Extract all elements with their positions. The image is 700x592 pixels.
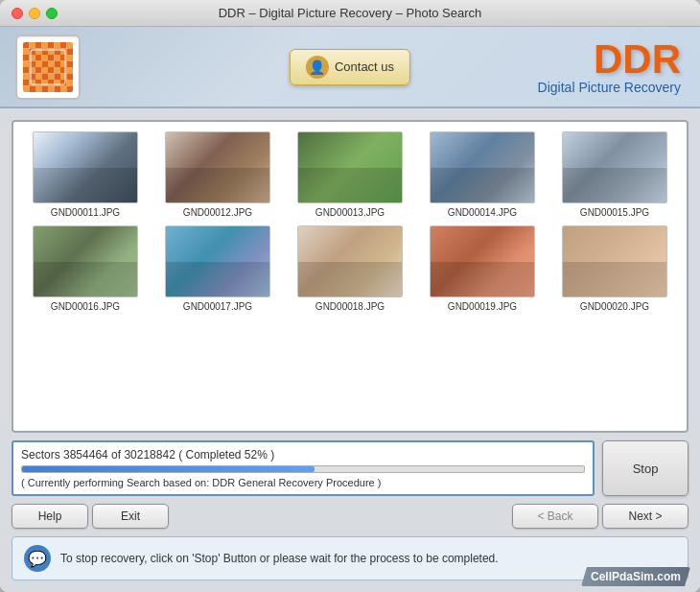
brand-area: DDR Digital Picture Recovery: [538, 39, 681, 95]
photo-filename: GND00015.JPG: [580, 207, 649, 218]
photo-area: GND00011.JPGGND00012.JPGGND00013.JPGGND0…: [12, 120, 688, 433]
logo-box: [15, 35, 81, 100]
watermark: CellPdaSim.com: [581, 567, 690, 586]
photo-filename: GND00020.JPG: [580, 301, 649, 312]
photo-item[interactable]: GND00016.JPG: [23, 225, 148, 312]
back-button[interactable]: < Back: [512, 504, 598, 529]
progress-info-box: Sectors 3854464 of 30218842 ( Completed …: [12, 440, 595, 496]
traffic-lights: [12, 8, 58, 19]
photo-thumbnail: [165, 131, 270, 203]
photo-filename: GND00013.JPG: [315, 207, 385, 218]
photo-thumbnail: [430, 225, 535, 297]
progress-bar-container: [21, 465, 585, 473]
photo-filename: GND00012.JPG: [183, 207, 252, 218]
photo-thumbnail: [562, 131, 667, 203]
minimize-button[interactable]: [29, 8, 40, 19]
titlebar: DDR – Digital Picture Recovery – Photo S…: [0, 0, 700, 27]
photo-thumbnail: [33, 131, 138, 203]
progress-text: Sectors 3854464 of 30218842 ( Completed …: [21, 448, 585, 462]
progress-sub-text: ( Currently performing Search based on: …: [21, 477, 585, 488]
help-button[interactable]: Help: [12, 504, 88, 529]
contact-icon: 👤: [306, 56, 329, 79]
main-window: DDR – Digital Picture Recovery – Photo S…: [0, 0, 700, 592]
photo-item[interactable]: GND00014.JPG: [420, 131, 545, 218]
photo-item[interactable]: GND00011.JPG: [23, 131, 148, 218]
photo-filename: GND00011.JPG: [51, 207, 120, 218]
photo-filename: GND00019.JPG: [448, 301, 517, 312]
photo-thumbnail: [165, 225, 270, 297]
photo-filename: GND00018.JPG: [315, 301, 385, 312]
nav-bar: Help Exit < Back Next >: [12, 504, 688, 529]
brand-name: DDR: [538, 39, 681, 80]
progress-section: Sectors 3854464 of 30218842 ( Completed …: [12, 440, 688, 496]
photo-filename: GND00016.JPG: [51, 301, 120, 312]
photo-filename: GND00014.JPG: [448, 207, 517, 218]
maximize-button[interactable]: [46, 8, 58, 19]
photo-item[interactable]: GND00019.JPG: [420, 225, 545, 312]
contact-button[interactable]: 👤 Contact us: [290, 49, 410, 85]
app-header: 👤 Contact us DDR Digital Picture Recover…: [0, 27, 700, 108]
info-message: To stop recovery, click on 'Stop' Button…: [60, 552, 499, 565]
photo-item[interactable]: GND00015.JPG: [552, 131, 677, 218]
stop-button[interactable]: Stop: [602, 440, 688, 496]
close-button[interactable]: [12, 8, 23, 19]
photo-item[interactable]: GND00020.JPG: [552, 225, 677, 312]
info-icon: 💬: [24, 545, 51, 572]
photo-filename: GND00017.JPG: [183, 301, 252, 312]
brand-subtitle: Digital Picture Recovery: [538, 80, 681, 95]
window-title: DDR – Digital Picture Recovery – Photo S…: [219, 6, 482, 20]
photo-thumbnail: [33, 225, 138, 297]
next-button[interactable]: Next >: [602, 504, 688, 529]
photo-item[interactable]: GND00017.JPG: [155, 225, 280, 312]
photo-thumbnail: [430, 131, 535, 203]
contact-label: Contact us: [335, 59, 394, 74]
main-content: GND00011.JPGGND00012.JPGGND00013.JPGGND0…: [0, 108, 700, 592]
photo-thumbnail: [297, 225, 403, 297]
photo-item[interactable]: GND00013.JPG: [288, 131, 412, 218]
logo-icon: [23, 42, 73, 92]
photo-grid: GND00011.JPGGND00012.JPGGND00013.JPGGND0…: [23, 131, 677, 312]
photo-item[interactable]: GND00012.JPG: [155, 131, 280, 218]
photo-thumbnail: [297, 131, 403, 203]
photo-item[interactable]: GND00018.JPG: [288, 225, 412, 312]
progress-bar-fill: [22, 466, 315, 472]
photo-thumbnail: [562, 225, 667, 297]
exit-button[interactable]: Exit: [92, 504, 169, 529]
